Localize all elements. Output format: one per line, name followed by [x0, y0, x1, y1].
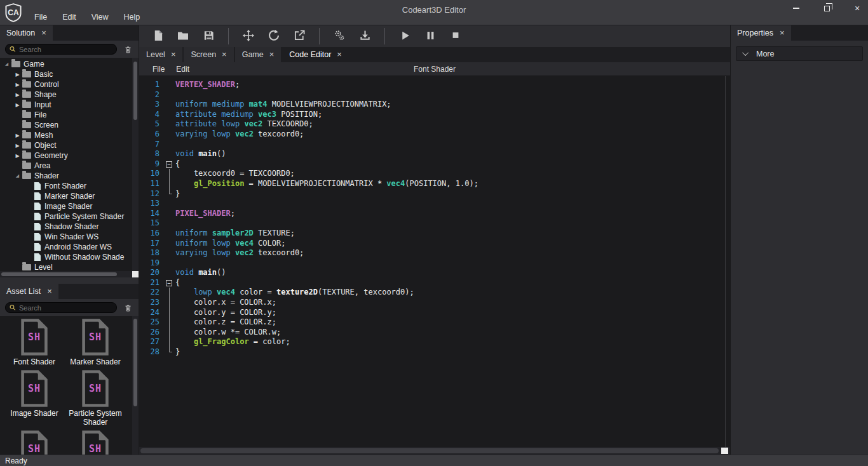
- tree-item-level[interactable]: Level: [0, 262, 132, 271]
- settings-gears-button[interactable]: [331, 29, 348, 44]
- tab-properties[interactable]: Properties ×: [731, 25, 791, 41]
- menu-help[interactable]: Help: [118, 11, 147, 23]
- scrollbar-corner-grip[interactable]: [721, 448, 728, 454]
- code-token: VERTEX_SHADER: [175, 80, 235, 89]
- export-button[interactable]: [291, 29, 308, 44]
- play-button[interactable]: [397, 29, 413, 44]
- code-line-28: 28}: [139, 347, 730, 357]
- tab-solution[interactable]: Solution ×: [0, 25, 53, 41]
- tree-item-basic[interactable]: ▶Basic: [0, 69, 132, 79]
- solution-clear-trash-button[interactable]: [122, 44, 133, 55]
- chevron-expanded-icon[interactable]: ◢: [13, 173, 22, 178]
- chevron-collapsed-icon[interactable]: ▶: [13, 133, 22, 138]
- solution-search-input[interactable]: [19, 46, 112, 53]
- chevron-collapsed-icon[interactable]: ▶: [13, 102, 22, 108]
- chevron-expanded-icon[interactable]: ◢: [3, 62, 11, 67]
- code-token: = color;: [249, 337, 290, 346]
- asset-item[interactable]: SH: [65, 430, 126, 455]
- menu-file[interactable]: File: [28, 11, 53, 23]
- fold-collapse-icon[interactable]: −: [166, 280, 172, 286]
- scrollbar-thumb[interactable]: [140, 448, 719, 453]
- menu-view[interactable]: View: [85, 11, 115, 23]
- tree-item-image-shader[interactable]: Image Shader: [0, 201, 132, 211]
- close-icon[interactable]: ×: [780, 29, 785, 37]
- open-folder-button[interactable]: [175, 29, 191, 44]
- tree-item-game[interactable]: ◢Game: [0, 59, 132, 69]
- tree-item-shape[interactable]: ▶Shape: [0, 90, 132, 100]
- tree-item-win-shader-ws[interactable]: Win Shader WS: [0, 232, 132, 242]
- save-button[interactable]: [200, 29, 217, 44]
- restore-button[interactable]: [820, 3, 834, 14]
- code-text-area[interactable]: 1VERTEX_SHADER;23uniform mediump mat4 MO…: [139, 76, 730, 447]
- code-token: main: [198, 268, 217, 277]
- menu-edit[interactable]: Edit: [56, 11, 83, 23]
- solution-horizontal-scrollbar[interactable]: [0, 271, 132, 277]
- asset-searchbox[interactable]: [5, 302, 117, 313]
- tree-item-screen[interactable]: Screen: [0, 120, 132, 130]
- chevron-collapsed-icon[interactable]: ▶: [13, 92, 22, 98]
- tree-item-particle-system-shader[interactable]: Particle System Shader: [0, 211, 132, 222]
- editor-menu-file[interactable]: File: [147, 63, 170, 75]
- tree-item-area[interactable]: Area: [0, 161, 132, 171]
- fold-gutter: [165, 149, 175, 159]
- tree-item-mesh[interactable]: ▶Mesh: [0, 130, 132, 140]
- asset-clear-trash-button[interactable]: [122, 302, 133, 314]
- close-icon[interactable]: ×: [47, 288, 52, 295]
- scrollbar-thumb[interactable]: [133, 319, 137, 406]
- pause-button[interactable]: [422, 29, 438, 44]
- asset-font-shader[interactable]: SHFont Shader: [4, 319, 65, 366]
- asset-search-input[interactable]: [19, 304, 112, 312]
- close-icon[interactable]: ×: [171, 51, 176, 58]
- tab-game[interactable]: Game×: [235, 47, 283, 62]
- minimize-button[interactable]: [789, 3, 803, 14]
- tree-item-shadow-shader[interactable]: Shadow Shader: [0, 222, 132, 232]
- import-button[interactable]: [356, 29, 373, 44]
- close-icon[interactable]: ×: [337, 51, 342, 58]
- asset-particle-system-shader[interactable]: SHParticle System Shader: [65, 370, 126, 427]
- tree-item-font-shader[interactable]: Font Shader: [0, 181, 132, 191]
- editor-menu-edit[interactable]: Edit: [170, 63, 195, 75]
- tree-item-control[interactable]: ▶Control: [0, 79, 132, 90]
- close-icon[interactable]: ×: [269, 51, 275, 58]
- scrollbar-thumb[interactable]: [1, 272, 117, 276]
- close-button[interactable]: ×: [850, 3, 864, 14]
- chevron-collapsed-icon[interactable]: ▶: [13, 153, 22, 159]
- tree-item-without-shadow-shade[interactable]: Without Shadow Shade: [0, 252, 132, 262]
- scrollbar-thumb[interactable]: [133, 62, 137, 120]
- close-icon[interactable]: ×: [222, 51, 227, 58]
- code-token: [175, 179, 194, 188]
- asset-search-row: [0, 299, 139, 316]
- new-file-button[interactable]: [149, 29, 166, 44]
- fold-collapse-icon[interactable]: −: [166, 161, 172, 168]
- editor-vertical-scrollbar[interactable]: [725, 76, 730, 447]
- more-section-header[interactable]: More: [736, 46, 863, 61]
- solution-vertical-scrollbar[interactable]: [132, 58, 139, 271]
- tree-item-shader[interactable]: ◢Shader: [0, 171, 132, 181]
- asset-image-shader[interactable]: SHImage Shader: [4, 370, 65, 427]
- move-button[interactable]: [240, 29, 257, 44]
- chevron-collapsed-icon[interactable]: ▶: [13, 82, 22, 88]
- tree-item-android-shader-ws[interactable]: Android Shader WS: [0, 242, 132, 252]
- rotate-button[interactable]: [266, 29, 282, 44]
- asset-vertical-scrollbar[interactable]: [132, 316, 139, 455]
- tree-item-object[interactable]: ▶Object: [0, 140, 132, 150]
- close-icon[interactable]: ×: [41, 29, 46, 37]
- scrollbar-corner-grip[interactable]: [132, 271, 139, 277]
- tab-level[interactable]: Level×: [139, 47, 184, 62]
- tab-asset-list[interactable]: Asset List ×: [0, 284, 58, 299]
- editor-horizontal-scrollbar[interactable]: [139, 447, 730, 455]
- asset-item[interactable]: SH: [4, 430, 65, 455]
- stop-button[interactable]: [447, 29, 464, 44]
- tab-screen[interactable]: Screen×: [184, 47, 234, 62]
- asset-badge-text: SH: [20, 443, 49, 455]
- tree-item-marker-shader[interactable]: Marker Shader: [0, 191, 132, 201]
- tree-item-geometry[interactable]: ▶Geometry: [0, 150, 132, 161]
- chevron-collapsed-icon[interactable]: ▶: [13, 143, 22, 149]
- tab-code-editor[interactable]: Code Editor×: [282, 47, 350, 62]
- tree-item-file[interactable]: File: [0, 110, 132, 120]
- chevron-collapsed-icon[interactable]: ▶: [13, 72, 22, 77]
- solution-searchbox[interactable]: [5, 44, 117, 55]
- code-text: gl_Position = MODELVIEWPROJECTIONMATRIX …: [175, 179, 730, 189]
- tree-item-input[interactable]: ▶Input: [0, 100, 132, 110]
- asset-marker-shader[interactable]: SHMarker Shader: [65, 319, 126, 366]
